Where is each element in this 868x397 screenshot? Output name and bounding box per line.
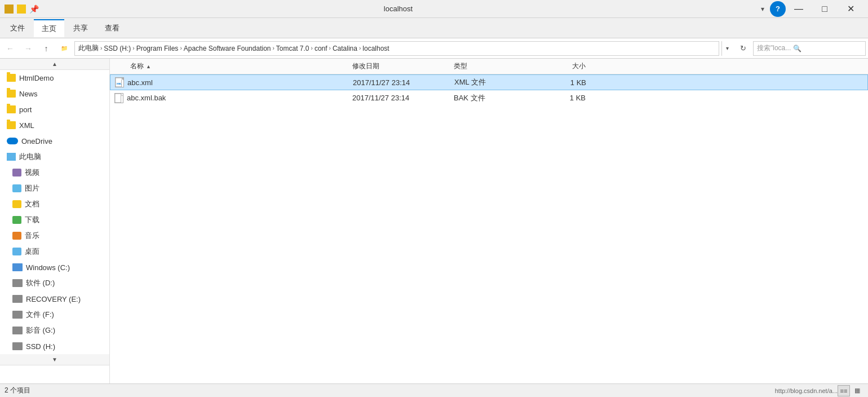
- save-icon: [5, 5, 14, 14]
- file-name: abc.xml.bak: [127, 94, 166, 102]
- folder-icon: [17, 5, 26, 14]
- sidebar-item-label: SSD (H:): [26, 342, 55, 351]
- folder-icon: [7, 121, 16, 129]
- sidebar-item-label: HtmlDemo: [19, 74, 54, 82]
- tab-view[interactable]: 查看: [97, 20, 127, 37]
- file-name-cell: abc.xml.bak: [110, 93, 352, 103]
- sidebar-item-ssd-h[interactable]: SSD (H:): [0, 338, 109, 354]
- sidebar-item-files-f[interactable]: 文件 (F:): [0, 307, 109, 323]
- pin-icon: 📌: [29, 5, 39, 14]
- sidebar-item-label: 软件 (D:): [26, 278, 55, 288]
- search-box[interactable]: 搜索"loca... 🔍: [753, 41, 866, 56]
- sidebar-item-downloads[interactable]: 下载: [0, 212, 109, 228]
- folder-icon: [7, 105, 16, 113]
- path-apache: Apache Software Foundation: [184, 45, 271, 52]
- sidebar-item-xml[interactable]: XML: [0, 117, 109, 133]
- col-size[interactable]: 大小: [538, 61, 595, 71]
- detail-view-button[interactable]: ≡≡: [838, 385, 850, 396]
- address-bar: ← → ↑ 📁 此电脑 › SSD (H:) › Program Files ›…: [0, 38, 868, 59]
- address-dropdown-button[interactable]: ▾: [721, 41, 733, 56]
- sidebar: ▲ HtmlDemo News port XML OneDrive 此电脑: [0, 59, 110, 383]
- downloads-icon: [12, 216, 21, 224]
- path-localhost: localhost: [362, 45, 389, 52]
- recent-locations-button[interactable]: 📁: [56, 41, 72, 56]
- sidebar-item-videos[interactable]: 视频: [0, 165, 109, 180]
- col-name[interactable]: 名称 ▲: [110, 61, 352, 71]
- address-path[interactable]: 此电脑 › SSD (H:) › Program Files › Apache …: [74, 41, 719, 56]
- status-item-count: 2 个项目: [5, 386, 775, 395]
- view-toggle-buttons: ≡≡ ▦: [838, 385, 863, 396]
- folder-icon: [7, 90, 16, 98]
- file-area: 名称 ▲ 修改日期 类型 大小 XML abc.xml 2017: [110, 59, 868, 383]
- sidebar-item-label: 音乐: [25, 231, 39, 241]
- ribbon: 文件 主页 共享 查看: [0, 18, 868, 38]
- sidebar-item-label: 文件 (F:): [26, 310, 54, 320]
- file-name-cell: XML abc.xml: [110, 77, 353, 87]
- sidebar-scroll-up[interactable]: ▲: [0, 59, 109, 70]
- sidebar-item-soft-d[interactable]: 软件 (D:): [0, 275, 109, 291]
- path-catalina: Catalina: [333, 45, 357, 52]
- up-button[interactable]: ↑: [38, 41, 54, 56]
- title-bar-icons: 📌: [5, 5, 39, 14]
- sidebar-item-onedrive[interactable]: OneDrive: [0, 133, 109, 149]
- music-icon: [12, 232, 21, 240]
- maximize-button[interactable]: □: [812, 0, 838, 18]
- refresh-button[interactable]: ↻: [735, 41, 751, 56]
- ribbon-chevron-button[interactable]: ▾: [758, 5, 768, 13]
- sidebar-scroll-down[interactable]: ▼: [0, 354, 109, 365]
- col-date[interactable]: 修改日期: [352, 61, 454, 71]
- table-row[interactable]: XML abc.xml 2017/11/27 23:14 XML 文件 1 KB: [110, 74, 868, 90]
- folder-icon: [7, 74, 16, 82]
- tab-file[interactable]: 文件: [2, 20, 33, 37]
- sidebar-item-media-g[interactable]: 影音 (G:): [0, 323, 109, 338]
- svg-marker-5: [121, 94, 123, 96]
- minimize-button[interactable]: —: [786, 0, 812, 18]
- sidebar-item-news[interactable]: News: [0, 86, 109, 102]
- svg-text:XML: XML: [117, 82, 122, 85]
- sidebar-item-port[interactable]: port: [0, 102, 109, 117]
- sidebar-item-recovery-e[interactable]: RECOVERY (E:): [0, 291, 109, 307]
- path-tomcat: Tomcat 7.0: [276, 45, 309, 52]
- drive-soft-icon: [12, 279, 23, 287]
- sidebar-item-htmldemo[interactable]: HtmlDemo: [0, 70, 109, 86]
- path-ssd: SSD (H:): [104, 45, 131, 52]
- tab-home[interactable]: 主页: [34, 19, 64, 37]
- file-name: abc.xml: [127, 78, 153, 87]
- sort-arrow: ▲: [146, 64, 151, 69]
- status-bar: 2 个项目 http://blog.csdn.net/a... ≡≡ ▦: [0, 383, 868, 397]
- file-type: BAK 文件: [454, 93, 538, 103]
- close-button[interactable]: ✕: [838, 0, 863, 18]
- table-row[interactable]: abc.xml.bak 2017/11/27 23:14 BAK 文件 1 KB: [110, 90, 868, 106]
- drive-recovery-icon: [12, 295, 23, 303]
- window-title: localhost: [39, 5, 758, 13]
- sidebar-item-label: RECOVERY (E:): [26, 295, 81, 303]
- thispc-icon: [7, 153, 16, 161]
- back-button[interactable]: ←: [2, 41, 18, 56]
- sidebar-item-pictures[interactable]: 图片: [0, 180, 109, 196]
- sidebar-item-thispc[interactable]: 此电脑: [0, 149, 109, 165]
- drive-ssd-icon: [12, 342, 23, 350]
- file-size: 1 KB: [538, 94, 595, 102]
- sidebar-item-label: 影音 (G:): [26, 325, 55, 336]
- drive-media-icon: [12, 327, 23, 334]
- xml-file-icon: XML: [115, 77, 124, 87]
- sidebar-item-label: OneDrive: [21, 137, 52, 145]
- sidebar-item-music[interactable]: 音乐: [0, 228, 109, 244]
- help-button[interactable]: ?: [770, 1, 786, 17]
- sidebar-item-windows-c[interactable]: Windows (C:): [0, 259, 109, 275]
- bak-file-icon: [114, 93, 123, 103]
- search-icon[interactable]: 🔍: [793, 45, 801, 52]
- svg-marker-2: [122, 78, 124, 80]
- sidebar-item-label: News: [19, 90, 38, 98]
- file-type: XML 文件: [454, 77, 539, 87]
- sidebar-item-documents[interactable]: 文档: [0, 196, 109, 212]
- list-view-button[interactable]: ▦: [851, 385, 863, 396]
- sidebar-item-desktop[interactable]: 桌面: [0, 244, 109, 259]
- file-header: 名称 ▲ 修改日期 类型 大小: [110, 59, 868, 74]
- svg-marker-1: [122, 78, 124, 80]
- sidebar-item-label: 文档: [25, 199, 39, 209]
- tab-share[interactable]: 共享: [65, 20, 96, 37]
- forward-button[interactable]: →: [20, 41, 36, 56]
- drive-files-icon: [12, 311, 23, 319]
- col-type[interactable]: 类型: [454, 61, 538, 71]
